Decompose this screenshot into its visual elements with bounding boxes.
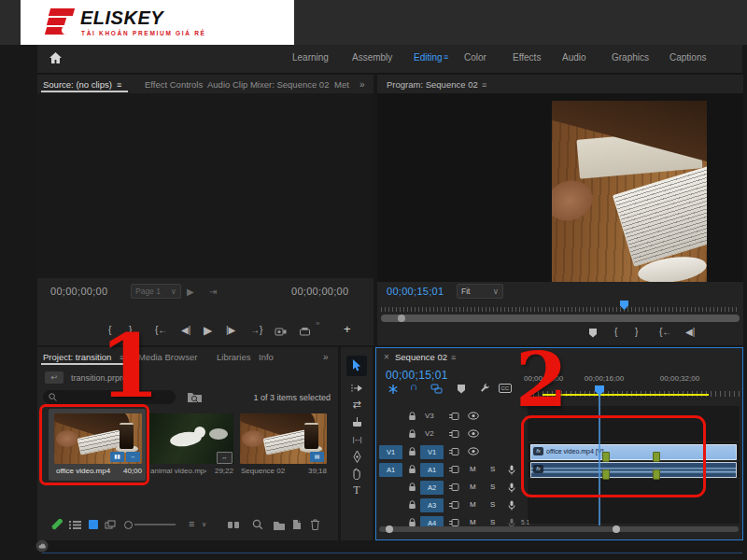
- selection-tool[interactable]: [346, 356, 367, 376]
- search-bin-icon[interactable]: [187, 390, 203, 403]
- tab-program[interactable]: Program: Sequence 02: [387, 79, 478, 90]
- lock-icon[interactable]: [408, 429, 416, 439]
- sort-caret-icon[interactable]: ∨: [202, 521, 206, 528]
- icon-view-icon[interactable]: [89, 520, 98, 529]
- track-visibility-eye-icon[interactable]: [468, 412, 479, 420]
- solo-button[interactable]: S: [490, 518, 495, 526]
- source-patch-a1[interactable]: A1: [379, 463, 402, 477]
- solo-button[interactable]: S: [490, 465, 495, 473]
- sync-lock-icon[interactable]: [449, 429, 459, 439]
- sort-icon[interactable]: ≡: [189, 518, 194, 529]
- tab-graphics[interactable]: Graphics: [612, 52, 649, 63]
- tab-captions[interactable]: Captions: [669, 52, 706, 63]
- mute-button[interactable]: M: [470, 483, 476, 491]
- lock-icon[interactable]: [408, 500, 416, 510]
- tab-assembly[interactable]: Assembly: [352, 52, 392, 63]
- program-step-back-button[interactable]: ◀|: [685, 327, 695, 337]
- track-target-a1[interactable]: A1: [420, 463, 444, 477]
- program-scrollbar-handle[interactable]: [398, 315, 405, 322]
- solo-button[interactable]: S: [490, 483, 495, 491]
- sync-lock-icon[interactable]: [449, 465, 459, 474]
- snap-icon[interactable]: ∩: [410, 380, 418, 393]
- program-goto-in-button[interactable]: {←: [659, 327, 671, 337]
- editing-menu-icon[interactable]: ≡: [444, 52, 448, 62]
- item-name[interactable]: animal video.mp4: [150, 467, 206, 475]
- ripple-edit-tool[interactable]: ⇄: [348, 398, 365, 413]
- tab-audio[interactable]: Audio: [562, 52, 586, 63]
- tab-learning[interactable]: Learning: [292, 52, 329, 63]
- bin-up-icon[interactable]: ↩: [45, 371, 63, 384]
- writable-pen-icon[interactable]: [50, 519, 63, 531]
- scrollbar-handle-left[interactable]: [386, 525, 393, 533]
- trash-icon[interactable]: [310, 519, 320, 530]
- tab-info[interactable]: Info: [259, 352, 274, 362]
- track-select-forward-tool[interactable]: [348, 381, 365, 396]
- zoom-slider-track[interactable]: [134, 524, 176, 525]
- zoom-level-select[interactable]: Fit ∨: [457, 284, 503, 299]
- mute-button[interactable]: M: [470, 465, 476, 473]
- source-panel-menu-icon[interactable]: ≡: [117, 80, 121, 90]
- track-target-v1[interactable]: V1: [420, 445, 444, 459]
- step-back-button[interactable]: ◀|: [181, 325, 190, 335]
- mute-button[interactable]: M: [470, 518, 476, 526]
- program-panel-menu-icon[interactable]: ≡: [482, 80, 486, 90]
- nest-sequence-icon[interactable]: [388, 384, 399, 395]
- creative-cloud-sync-icon[interactable]: [35, 539, 49, 553]
- step-forward-button[interactable]: |▶: [226, 325, 235, 335]
- automate-to-sequence-icon[interactable]: [227, 520, 240, 530]
- pen-tool[interactable]: [348, 449, 365, 464]
- slip-tool[interactable]: |↔|: [348, 432, 365, 447]
- timeline-menu-icon[interactable]: ≡: [451, 353, 456, 362]
- scrollbar-handle-right[interactable]: [613, 525, 620, 533]
- timeline-settings-wrench-icon[interactable]: [479, 383, 490, 394]
- zoom-slider-handle[interactable]: [124, 521, 133, 529]
- project-tab-overflow-icon[interactable]: »: [323, 352, 329, 362]
- lock-icon[interactable]: [408, 412, 416, 421]
- lock-icon[interactable]: [408, 465, 416, 474]
- lock-icon[interactable]: [408, 447, 416, 456]
- export-frame-icon[interactable]: [299, 327, 311, 336]
- sync-lock-icon[interactable]: [449, 483, 459, 492]
- close-panel-icon[interactable]: ×: [384, 352, 389, 362]
- new-bin-icon[interactable]: [273, 520, 286, 530]
- program-ruler[interactable]: [381, 301, 740, 312]
- page-dropdown[interactable]: Page 1 ∨: [131, 284, 181, 299]
- solo-button[interactable]: S: [490, 500, 495, 509]
- tab-source[interactable]: Source: (no clips): [43, 79, 112, 90]
- mute-button[interactable]: M: [470, 500, 476, 509]
- tab-audio-clip-mixer[interactable]: Audio Clip Mixer: Sequence 02: [207, 79, 329, 90]
- tab-editing[interactable]: Editing: [414, 52, 443, 63]
- home-icon[interactable]: [49, 51, 63, 64]
- tab-effects[interactable]: Effects: [513, 52, 541, 63]
- lock-icon[interactable]: [408, 483, 416, 492]
- program-mark-out-button[interactable]: }: [635, 327, 638, 337]
- source-transport-overflow-icon[interactable]: »: [316, 319, 319, 328]
- add-marker-icon[interactable]: [457, 384, 466, 394]
- track-name[interactable]: V2: [425, 429, 434, 438]
- tab-effect-controls[interactable]: Effect Controls: [145, 79, 203, 90]
- program-mark-in-button[interactable]: {: [614, 327, 617, 337]
- voiceover-mic-icon[interactable]: [508, 465, 515, 475]
- track-name[interactable]: V3: [425, 412, 434, 420]
- goto-out-button[interactable]: →}: [250, 325, 262, 335]
- tab-libraries[interactable]: Libraries: [217, 352, 250, 362]
- page-step-icon[interactable]: ▶: [187, 287, 194, 297]
- source-tab-overflow-icon[interactable]: »: [359, 79, 365, 90]
- page-jump-icon[interactable]: ⇥: [209, 287, 217, 297]
- item-name[interactable]: Sequence 02: [241, 467, 297, 475]
- tab-color[interactable]: Color: [464, 52, 486, 63]
- sync-lock-icon[interactable]: [449, 447, 459, 456]
- voiceover-mic-icon[interactable]: [508, 483, 515, 493]
- timeline-scrollbar[interactable]: [379, 526, 739, 532]
- project-item-thumbnail[interactable]: ↔: [149, 413, 233, 464]
- source-patch-v1[interactable]: V1: [379, 445, 402, 459]
- sync-lock-icon[interactable]: [449, 500, 459, 510]
- hand-tool[interactable]: [348, 466, 365, 481]
- sync-lock-icon[interactable]: [449, 412, 459, 421]
- tab-metadata[interactable]: Met: [334, 79, 349, 90]
- captions-cc-icon[interactable]: CC: [499, 384, 512, 393]
- type-tool[interactable]: T: [348, 483, 365, 498]
- project-item-thumbnail[interactable]: ▤: [240, 413, 327, 464]
- insert-icon[interactable]: [275, 327, 287, 336]
- razor-tool[interactable]: [348, 414, 365, 429]
